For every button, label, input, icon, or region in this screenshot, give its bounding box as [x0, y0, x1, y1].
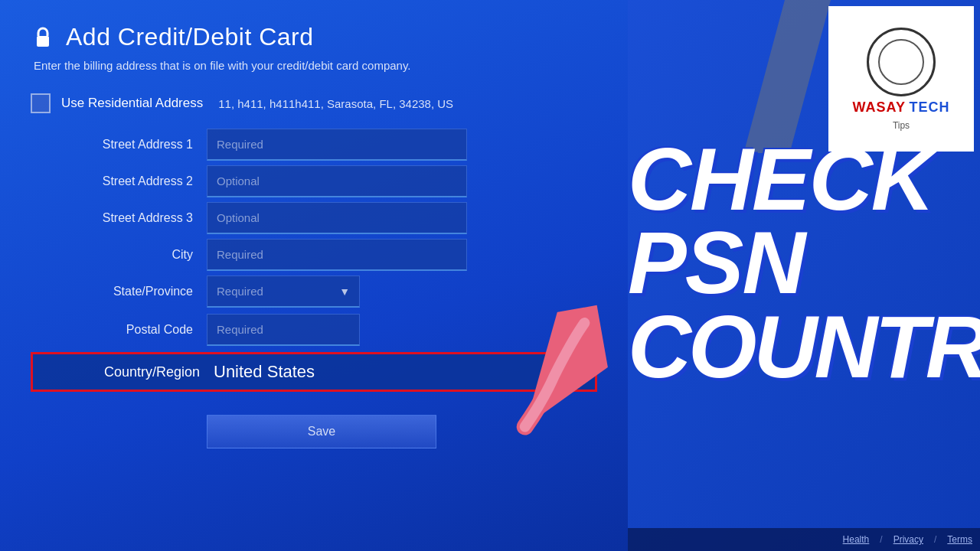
street2-placeholder: Optional	[217, 174, 260, 187]
postal-placeholder: Required	[217, 323, 263, 336]
footer-divider-2: /	[934, 534, 936, 545]
street-address-2-label: Street Address 2	[31, 174, 207, 188]
logo-tips-text: Tips	[893, 120, 910, 131]
residential-checkbox[interactable]	[31, 93, 51, 113]
city-input[interactable]: Required	[207, 239, 467, 271]
state-label: State/Province	[31, 285, 207, 298]
city-row: City Required	[31, 239, 597, 271]
street-address-1-input[interactable]: Required	[207, 129, 467, 161]
logo-tech-text: TECH	[909, 99, 949, 115]
street-address-1-label: Street Address 1	[31, 138, 207, 152]
street3-placeholder: Optional	[217, 211, 260, 224]
country-label: Country/Region	[38, 364, 214, 380]
country-region-row[interactable]: Country/Region United States	[31, 352, 597, 392]
street-address-3-input[interactable]: Optional	[207, 202, 467, 234]
save-button[interactable]: Save	[207, 415, 436, 448]
postal-input[interactable]: Required	[207, 314, 360, 346]
page-title-text: Add Credit/Debit Card	[66, 23, 314, 51]
form-container: Add Credit/Debit Card Enter the billing …	[0, 0, 628, 551]
street-address-1-row: Street Address 1 Required	[31, 129, 597, 161]
footer-terms-link[interactable]: Terms	[947, 534, 972, 545]
use-residential-row[interactable]: Use Residential Address 11, h411, h411h4…	[31, 93, 597, 113]
postal-label: Postal Code	[31, 323, 207, 337]
footer-health-link[interactable]: Health	[843, 534, 870, 545]
page-subtitle: Enter the billing address that is on fil…	[34, 59, 597, 72]
form-fields: Street Address 1 Required Street Address…	[31, 129, 597, 346]
state-dropdown-arrow: ▼	[339, 285, 350, 298]
country-value: United States	[214, 362, 315, 382]
street-address-3-label: Street Address 3	[31, 211, 207, 225]
svg-rect-0	[37, 36, 49, 47]
lock-icon	[31, 25, 55, 50]
city-label: City	[31, 248, 207, 262]
logo-brand: WASAY TECH	[853, 99, 950, 116]
state-dropdown[interactable]: Required ▼	[207, 276, 360, 308]
logo-circle	[867, 28, 936, 96]
footer-bar: Health / Privacy / Terms	[628, 528, 980, 551]
footer-privacy-link[interactable]: Privacy	[893, 534, 923, 545]
state-row: State/Province Required ▼	[31, 276, 597, 308]
street-address-3-row: Street Address 3 Optional	[31, 202, 597, 234]
residential-address-value: 11, h411, h411h411, Sarasota, FL, 34238,…	[218, 97, 453, 110]
postal-row: Postal Code Required	[31, 314, 597, 346]
page-title-row: Add Credit/Debit Card	[31, 23, 597, 51]
street-address-2-input[interactable]: Optional	[207, 165, 467, 197]
city-placeholder: Required	[217, 248, 263, 261]
footer-divider-1: /	[880, 534, 882, 545]
state-placeholder: Required	[217, 285, 263, 298]
logo-wasay-text: WASAY	[853, 99, 906, 115]
logo-inner-circle	[878, 39, 924, 85]
logo-box: WASAY TECH Tips	[828, 6, 974, 152]
street-address-2-row: Street Address 2 Optional	[31, 165, 597, 197]
street1-placeholder: Required	[217, 138, 263, 151]
residential-label: Use Residential Address	[61, 96, 203, 111]
